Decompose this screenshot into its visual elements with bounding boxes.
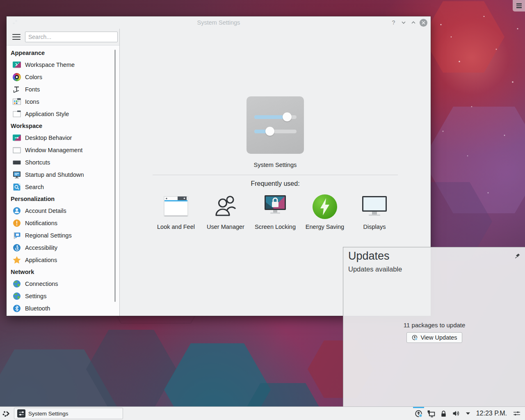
frequent-item-user-manager[interactable]: User Manager — [201, 194, 251, 230]
sidebar-item-desktop-behavior[interactable]: Desktop Behavior — [7, 132, 119, 144]
frequent-item-displays[interactable]: Displays — [350, 194, 399, 230]
frequently-used-heading: Frequently used: — [251, 180, 299, 187]
application-style-icon — [12, 110, 21, 119]
lock-icon — [440, 410, 447, 418]
taskbar: System Settings 12:23 P.M. — [0, 406, 525, 420]
packages-summary: 11 packages to update — [343, 322, 525, 329]
sidebar-item-label: Application Style — [25, 111, 69, 117]
sidebar-item-label: Desktop Behavior — [25, 135, 72, 141]
close-button[interactable] — [420, 19, 427, 27]
sidebar-item-startup-shutdown[interactable]: Startup and Shutdown — [7, 169, 119, 181]
pin-button[interactable] — [515, 253, 520, 259]
hamburger-icon — [516, 3, 522, 8]
sidebar-item-search[interactable]: Search — [7, 181, 119, 193]
sidebar-scrollbar[interactable] — [114, 50, 116, 302]
shortcuts-icon — [12, 158, 21, 167]
application-launcher-button[interactable] — [0, 407, 12, 420]
section-header: Workspace — [7, 120, 119, 132]
frequent-item-label: Displays — [363, 224, 386, 230]
popup-title: Updates — [348, 250, 390, 262]
sidebar-item-label: Settings — [25, 293, 46, 299]
displays-icon — [361, 194, 388, 220]
tray-software-updates-button[interactable] — [412, 407, 425, 420]
fonts-icon — [12, 85, 21, 94]
sidebar-item-label: Regional Settings — [25, 232, 72, 239]
applications-icon — [12, 256, 21, 265]
screen-locking-icon — [262, 194, 288, 220]
colors-icon — [12, 73, 21, 82]
sidebar-item-label: Applications — [25, 257, 57, 263]
panel-settings-button[interactable] — [511, 407, 523, 420]
sidebar-item-workspace-theme[interactable]: Workspace Theme — [7, 59, 119, 71]
frequent-item-look-and-feel[interactable]: Look and Feel — [151, 194, 201, 230]
window-title: System Settings — [7, 16, 431, 29]
notifications-icon — [12, 219, 21, 228]
tray-network-button[interactable] — [425, 407, 438, 420]
startup-shutdown-icon — [12, 170, 21, 179]
minimize-button[interactable] — [400, 19, 407, 26]
system-settings-icon — [17, 409, 25, 418]
tray-lock-button[interactable] — [438, 407, 450, 420]
search-input[interactable] — [25, 32, 118, 42]
application-launcher-icon — [1, 409, 11, 418]
sidebar-item-regional-settings[interactable]: Regional Settings — [7, 229, 119, 242]
chevron-down-icon — [465, 410, 471, 417]
sidebar-item-colors[interactable]: Colors — [7, 71, 119, 83]
account-details-icon — [12, 206, 21, 215]
view-updates-button[interactable]: View Updates — [406, 332, 462, 343]
close-icon — [421, 21, 426, 25]
globe-icon — [12, 279, 21, 288]
sidebar-item-label: Shortcuts — [25, 159, 50, 166]
sidebar-item-label: Fonts — [25, 86, 40, 93]
sidebar-item-account-details[interactable]: Account Details — [7, 205, 119, 217]
sidebar-item-network-settings[interactable]: Settings — [7, 290, 119, 302]
chevron-down-icon — [401, 20, 406, 25]
frequent-item-energy-saving[interactable]: Energy Saving — [300, 194, 350, 230]
help-button[interactable]: ? — [390, 19, 397, 26]
system-settings-large-icon — [247, 96, 304, 154]
sidebar-item-window-management[interactable]: Window Management — [7, 144, 119, 156]
panel-settings-icon — [513, 409, 521, 418]
window-titlebar[interactable]: System Settings ? — [7, 16, 431, 29]
workspace-theme-icon — [12, 60, 21, 69]
content-divider — [153, 175, 398, 175]
desktop-behavior-icon — [12, 133, 21, 142]
tray-volume-button[interactable] — [450, 407, 463, 420]
sidebar-item-bluetooth[interactable]: Bluetooth — [7, 302, 119, 315]
window-management-icon — [12, 146, 21, 155]
sidebar-item-notifications[interactable]: Notifications — [7, 217, 119, 229]
desktop-toolbox-button[interactable] — [513, 0, 525, 11]
frequent-item-screen-locking[interactable]: Screen Locking — [251, 194, 300, 230]
task-button-system-settings[interactable]: System Settings — [14, 408, 123, 419]
frequent-item-label: Look and Feel — [157, 224, 195, 230]
maximize-button[interactable] — [410, 19, 417, 26]
sidebar-item-label: Icons — [25, 98, 39, 105]
sidebar-item-label: Colors — [25, 74, 42, 80]
energy-saving-icon — [312, 194, 338, 220]
frequently-used-row: Look and Feel User Manager Screen Lockin… — [151, 194, 399, 230]
task-label: System Settings — [28, 411, 68, 417]
clock[interactable]: 12:23 P.M. — [476, 410, 507, 417]
sidebar-item-connections[interactable]: Connections — [7, 278, 119, 290]
network-icon — [427, 409, 436, 418]
icons-icon — [12, 97, 21, 106]
menu-hamburger-icon[interactable] — [12, 34, 21, 40]
frequent-item-label: Energy Saving — [306, 224, 344, 230]
sidebar-toolbar — [7, 29, 119, 46]
sidebar-item-accessibility[interactable]: Accessibility — [7, 242, 119, 254]
tray-expand-button[interactable] — [463, 407, 473, 420]
sidebar-item-icons[interactable]: Icons — [7, 96, 119, 108]
sidebar-item-label: Workspace Theme — [25, 62, 75, 68]
popup-subtitle: Updates available — [348, 265, 402, 273]
sidebar-item-shortcuts[interactable]: Shortcuts — [7, 156, 119, 169]
sidebar-category-list[interactable]: Appearance Workspace Theme Colors Fonts — [7, 46, 119, 316]
frequent-item-label: User Manager — [207, 224, 244, 230]
sidebar-item-application-style[interactable]: Application Style — [7, 108, 119, 120]
sidebar-item-label: Search — [25, 184, 44, 190]
sidebar-item-applications[interactable]: Applications — [7, 254, 119, 266]
sidebar-item-fonts[interactable]: Fonts — [7, 83, 119, 96]
updates-popup: Updates Updates available 11 packages to… — [343, 247, 525, 406]
volume-icon — [452, 409, 461, 418]
software-updates-icon — [411, 334, 418, 341]
software-updates-icon — [414, 409, 423, 418]
